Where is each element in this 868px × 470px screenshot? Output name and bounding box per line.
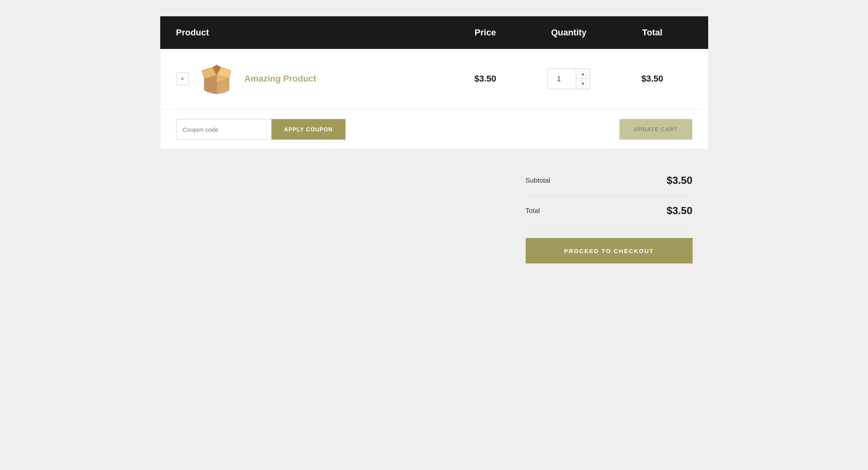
- product-cell: ×: [176, 61, 446, 97]
- total-label: Total: [526, 207, 540, 215]
- table-row: ×: [176, 49, 692, 109]
- remove-item-button[interactable]: ×: [176, 72, 189, 85]
- total-row: Total $3.50: [526, 196, 693, 226]
- qty-decrease-button[interactable]: ▼: [576, 79, 590, 89]
- total-value: $3.50: [666, 205, 692, 217]
- update-cart-button[interactable]: UPDATE CART: [619, 119, 692, 140]
- quantity-input[interactable]: [548, 69, 576, 89]
- totals-table: Subtotal $3.50 Total $3.50 PROCEED TO CH…: [526, 166, 693, 263]
- proceed-to-checkout-button[interactable]: PROCEED TO CHECKOUT: [526, 238, 693, 263]
- cart-footer: APPLY COUPON UPDATE CART: [160, 109, 708, 149]
- cart-totals: Subtotal $3.50 Total $3.50 PROCEED TO CH…: [160, 166, 709, 263]
- cart-body: ×: [160, 49, 708, 109]
- header-product: Product: [176, 27, 446, 38]
- product-price: $3.50: [446, 74, 525, 84]
- header-quantity: Quantity: [525, 27, 613, 38]
- header-price: Price: [446, 27, 525, 38]
- subtotal-label: Subtotal: [526, 177, 550, 185]
- subtotal-row: Subtotal $3.50: [526, 166, 693, 196]
- coupon-input[interactable]: [176, 119, 272, 140]
- subtotal-value: $3.50: [666, 174, 692, 187]
- qty-arrows: ▲ ▼: [576, 69, 590, 89]
- coupon-section: APPLY COUPON: [176, 119, 346, 140]
- product-box-icon: [199, 63, 235, 95]
- quantity-cell: ▲ ▼: [525, 68, 613, 89]
- cart-header: Product Price Quantity Total: [160, 16, 708, 49]
- qty-increase-button[interactable]: ▲: [576, 69, 590, 79]
- header-total: Total: [613, 27, 692, 38]
- product-image: [197, 61, 237, 97]
- product-total: $3.50: [613, 74, 692, 84]
- cart-table: Product Price Quantity Total ×: [160, 16, 709, 150]
- product-name: Amazing Product: [245, 74, 317, 84]
- quantity-stepper: ▲ ▼: [548, 68, 590, 89]
- apply-coupon-button[interactable]: APPLY COUPON: [272, 119, 346, 140]
